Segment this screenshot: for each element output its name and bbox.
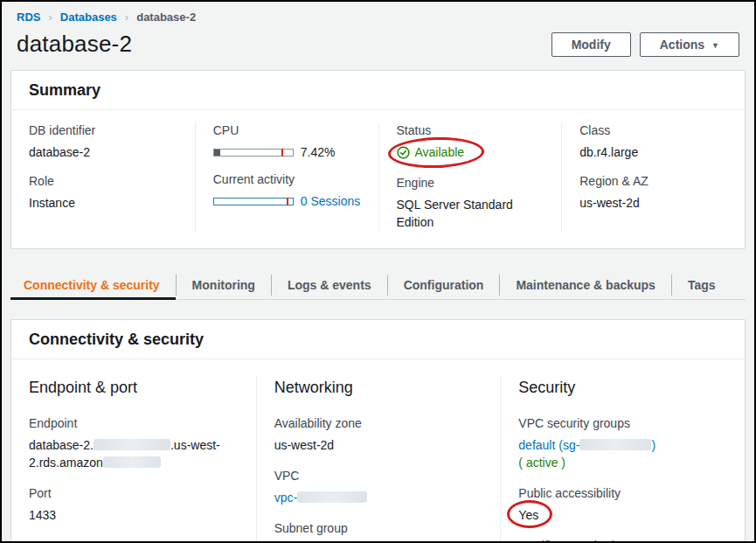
field-db-identifier: DB identifier database-2 xyxy=(29,122,181,161)
field-label: Port xyxy=(29,485,242,501)
summary-panel-header: Summary xyxy=(11,71,745,110)
field-vpc: VPC vpc- xyxy=(274,468,487,506)
endpoint-port-heading: Endpoint & port xyxy=(29,377,242,398)
tab-maintenance-backups[interactable]: Maintenance & backups xyxy=(500,271,671,299)
available-check-icon xyxy=(397,146,410,159)
summary-column-activity: CPU 7.42% Current activity 0 Sessions xyxy=(195,122,378,231)
redacted-text xyxy=(297,491,367,503)
field-label: Status xyxy=(397,122,548,138)
field-label: DB identifier xyxy=(29,122,181,138)
field-vpc-security-groups: VPC security groups default (sg-) ( acti… xyxy=(518,415,731,471)
cpu-bar-fill xyxy=(214,150,220,156)
security-group-value: default (sg-) ( active ) xyxy=(518,436,731,471)
field-endpoint: Endpoint database-2..us-west-2.rds.amazo… xyxy=(29,415,242,471)
field-engine: Engine SQL Server Standard Edition xyxy=(397,175,548,231)
sessions-link[interactable]: 0 Sessions xyxy=(301,194,360,208)
connectivity-security-panel: Connectivity & security Endpoint & port … xyxy=(10,319,746,543)
summary-column-status: Status Available Engine SQL Server Stand… xyxy=(378,122,562,231)
availability-zone-value: us-west-2d xyxy=(274,436,487,454)
vpc-value: vpc- xyxy=(274,489,487,506)
field-class: Class db.r4.large xyxy=(579,122,731,161)
security-group-link[interactable]: default (sg-) xyxy=(518,438,655,452)
breadcrumb-chevron-icon: › xyxy=(48,10,52,24)
breadcrumb-link-rds[interactable]: RDS xyxy=(17,10,40,24)
public-accessibility-text: Yes xyxy=(518,508,538,522)
tab-connectivity-security[interactable]: Connectivity & security xyxy=(10,271,176,299)
actions-button[interactable]: Actions▼ xyxy=(640,32,739,57)
public-accessibility-value: Yes xyxy=(518,506,538,524)
field-value: us-west-2d xyxy=(579,194,731,212)
cpu-progress-bar xyxy=(213,149,294,157)
vpc-link[interactable]: vpc- xyxy=(274,491,297,505)
breadcrumb-chevron-icon: › xyxy=(125,10,128,24)
connectivity-body: Endpoint & port Endpoint database-2..us-… xyxy=(11,359,745,543)
endpoint-port-column: Endpoint & port Endpoint database-2..us-… xyxy=(11,377,256,543)
security-heading: Security xyxy=(518,377,731,398)
field-value: database-2 xyxy=(29,143,181,161)
sessions-bar-threshold-tick xyxy=(287,198,288,205)
rds-database-detail-page: RDS › Databases › database-2 database-2 … xyxy=(0,0,756,543)
field-label: Engine xyxy=(397,175,548,191)
field-label: VPC security groups xyxy=(518,415,731,431)
header-buttons: Modify Actions▼ xyxy=(551,32,739,57)
field-label: Role xyxy=(29,173,181,189)
breadcrumb: RDS › Databases › database-2 xyxy=(2,2,754,24)
field-label: Certificate authority xyxy=(518,538,731,543)
field-value: SQL Server Standard Edition xyxy=(397,196,548,231)
security-group-link-text: default (sg- xyxy=(518,438,579,452)
port-value: 1433 xyxy=(29,506,242,524)
field-certificate-authority: Certificate authority rds-ca-2019 xyxy=(518,538,731,543)
field-region-az: Region & AZ us-west-2d xyxy=(579,173,731,212)
tab-logs-events[interactable]: Logs & events xyxy=(272,271,387,299)
field-public-accessibility: Public accessibility Yes xyxy=(518,485,731,524)
summary-column-identity: DB identifier database-2 Role Instance xyxy=(11,122,195,231)
summary-panel: Summary DB identifier database-2 Role In… xyxy=(10,70,746,249)
security-column: Security VPC security groups default (sg… xyxy=(500,377,745,543)
actions-button-label: Actions xyxy=(660,38,704,52)
tab-tags[interactable]: Tags xyxy=(672,271,732,299)
redacted-text xyxy=(94,439,170,450)
field-label: Region & AZ xyxy=(579,173,731,189)
field-port: Port 1433 xyxy=(29,485,242,524)
field-value: db.r4.large xyxy=(579,143,731,161)
tab-configuration[interactable]: Configuration xyxy=(388,271,500,299)
status-text: Available xyxy=(415,145,465,159)
connectivity-panel-header: Connectivity & security xyxy=(11,320,745,359)
security-group-status: ( active ) xyxy=(518,456,565,470)
page-title: database-2 xyxy=(17,31,132,58)
field-label: Availability zone xyxy=(274,415,487,431)
field-status: Status Available xyxy=(397,122,548,163)
sessions-progress-bar xyxy=(213,198,294,205)
field-label: VPC xyxy=(274,468,487,484)
field-cpu: CPU 7.42% xyxy=(213,122,364,159)
field-subnet-group: Subnet group default xyxy=(274,520,487,543)
field-label: Current activity xyxy=(213,171,364,187)
field-availability-zone: Availability zone us-west-2d xyxy=(274,415,487,454)
field-value: Instance xyxy=(29,194,181,212)
cpu-gauge: 7.42% xyxy=(213,145,364,159)
sessions-gauge: 0 Sessions xyxy=(213,194,364,208)
security-group-link-text: ) xyxy=(651,438,655,452)
tab-monitoring[interactable]: Monitoring xyxy=(177,271,271,299)
breadcrumb-current: database-2 xyxy=(136,10,196,24)
networking-column: Networking Availability zone us-west-2d … xyxy=(256,377,501,543)
endpoint-text: database-2. xyxy=(29,438,94,452)
modify-button[interactable]: Modify xyxy=(551,32,631,57)
page-header: database-2 Modify Actions▼ xyxy=(2,24,754,70)
endpoint-value: database-2..us-west-2.rds.amazon xyxy=(29,436,242,471)
networking-heading: Networking xyxy=(274,377,487,398)
chevron-down-icon: ▼ xyxy=(711,41,719,50)
field-label: CPU xyxy=(213,122,364,138)
summary-column-class: Class db.r4.large Region & AZ us-west-2d xyxy=(561,122,745,231)
field-role: Role Instance xyxy=(29,173,181,212)
summary-body: DB identifier database-2 Role Instance C… xyxy=(11,110,745,248)
redacted-text xyxy=(579,439,651,450)
endpoint-text: .us- xyxy=(170,438,191,452)
detail-tabs: Connectivity & security Monitoring Logs … xyxy=(10,271,746,300)
redacted-text xyxy=(103,456,161,468)
field-label: Class xyxy=(579,122,731,138)
field-label: Subnet group xyxy=(274,520,487,536)
status-value: Available xyxy=(397,145,465,159)
breadcrumb-link-databases[interactable]: Databases xyxy=(60,10,117,24)
field-label: Endpoint xyxy=(29,415,242,431)
